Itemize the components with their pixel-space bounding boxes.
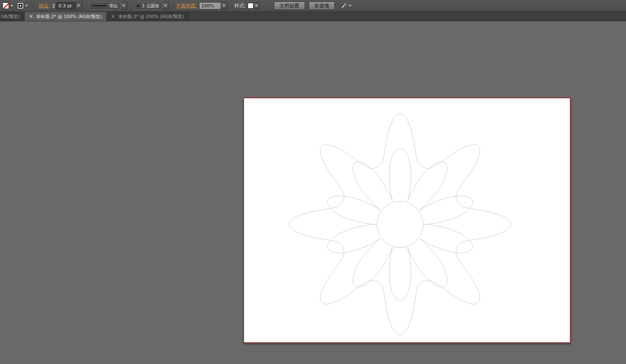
flower-drawing bbox=[244, 98, 570, 342]
select-similar-control[interactable] bbox=[341, 2, 351, 9]
daisy-petals-shape[interactable] bbox=[328, 148, 472, 301]
fill-dropdown-arrow-icon[interactable] bbox=[11, 5, 13, 7]
chevron-down-icon bbox=[255, 5, 258, 7]
artboard[interactable] bbox=[243, 97, 571, 343]
stroke-weight-input[interactable] bbox=[56, 2, 76, 9]
fill-control[interactable] bbox=[2, 2, 13, 9]
tab-close-icon[interactable]: × bbox=[111, 14, 115, 19]
tab-label: GB/预览) bbox=[1, 14, 20, 20]
width-profile-value: 等比 bbox=[109, 3, 118, 9]
width-profile-dropdown[interactable]: 等比 bbox=[89, 2, 121, 10]
canvas-area[interactable] bbox=[0, 21, 626, 364]
tab-close-icon[interactable]: × bbox=[29, 14, 33, 19]
chevron-down-icon bbox=[77, 5, 80, 7]
brush-dropdown-button[interactable] bbox=[163, 2, 169, 9]
outer-star-shape[interactable] bbox=[289, 114, 511, 335]
opacity-dropdown-button[interactable] bbox=[221, 2, 227, 9]
brush-definition-value: 3 点圆形 bbox=[142, 3, 160, 9]
opacity-label[interactable]: 不透明度: bbox=[176, 2, 197, 9]
select-similar-wand-icon[interactable] bbox=[341, 2, 347, 9]
chevron-down-icon bbox=[223, 5, 225, 7]
stroke-weight-label[interactable]: 描边: bbox=[38, 2, 50, 9]
width-profile-dropdown-button[interactable] bbox=[121, 2, 127, 9]
document-tab-3[interactable]: × 未标题-3* @ 200% (RGB/预览) bbox=[107, 12, 189, 21]
preferences-button[interactable]: 首选项 bbox=[309, 2, 335, 10]
stroke-dropdown-arrow-icon[interactable] bbox=[25, 5, 28, 7]
brush-definition-dropdown[interactable]: 3 点圆形 bbox=[134, 2, 163, 10]
stroke-color-swatch-icon[interactable] bbox=[17, 2, 24, 9]
document-tab-1[interactable]: GB/预览) bbox=[0, 12, 25, 21]
control-bar: 描边: 等比 3 点圆形 不透明度: 样式: 文档设置 首选项 bbox=[0, 0, 626, 12]
stroke-weight-stepper[interactable] bbox=[52, 4, 55, 8]
document-tab-bar: GB/预览) × 未标题-2* @ 100% (RGB/预览) × 未标题-3*… bbox=[0, 12, 626, 21]
fill-none-swatch-icon[interactable] bbox=[2, 2, 9, 9]
tab-label: 未标题-3* @ 200% (RGB/预览) bbox=[118, 14, 184, 20]
stroke-control[interactable] bbox=[17, 2, 28, 9]
chevron-down-icon[interactable] bbox=[349, 5, 351, 7]
center-circle-shape[interactable] bbox=[377, 201, 423, 247]
document-tab-2[interactable]: × 未标题-2* @ 100% (RGB/预览) bbox=[25, 12, 106, 21]
uniform-width-profile-icon bbox=[92, 5, 106, 7]
style-dropdown-button[interactable] bbox=[253, 2, 260, 9]
opacity-input[interactable] bbox=[199, 2, 221, 9]
tab-label: 未标题-2* @ 100% (RGB/预览) bbox=[36, 14, 102, 20]
style-swatch[interactable] bbox=[248, 3, 253, 9]
brush-dot-icon bbox=[137, 5, 139, 7]
stepper-down-icon[interactable] bbox=[52, 7, 55, 8]
stroke-weight-dropdown-button[interactable] bbox=[76, 2, 82, 9]
stepper-up-icon[interactable] bbox=[52, 4, 55, 5]
chevron-down-icon bbox=[164, 5, 167, 7]
chevron-down-icon bbox=[122, 5, 125, 7]
document-setup-button[interactable]: 文档设置 bbox=[274, 2, 305, 10]
style-label: 样式: bbox=[235, 2, 246, 9]
